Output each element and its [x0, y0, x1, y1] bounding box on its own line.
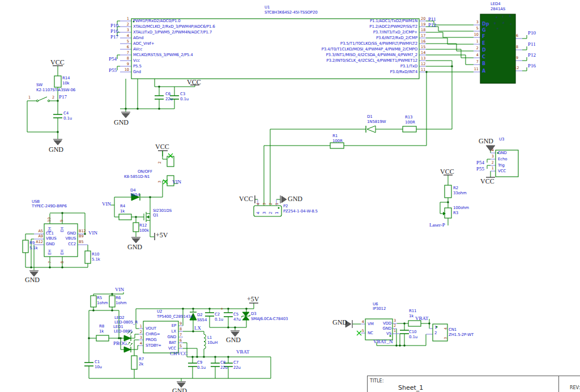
d4-ref: D4	[130, 188, 136, 193]
u1-pin14-label: P3.3/INT1/MISO_4/I2CSDA_4/PWM4N_4/PWM7_2	[326, 53, 417, 57]
u1-num-9: 9	[127, 62, 129, 66]
gnd-port-usb: GND	[25, 276, 40, 284]
led4-num-11: 11	[474, 67, 479, 71]
onoff-part: K8-5851D-N1	[124, 174, 150, 179]
wires-sw	[27, 66, 58, 139]
net-vin-onoff-r: VIN	[172, 179, 181, 185]
u1-pin8-label: Vcc	[133, 58, 140, 63]
r5-value: 1ohm	[97, 301, 108, 305]
q1-mosfet[interactable]	[144, 212, 150, 222]
led4-num-4: 4	[476, 53, 479, 57]
u6-num-1: 1	[394, 329, 396, 333]
led2-ref: LED2	[114, 316, 125, 320]
u1-num-12: 12	[421, 62, 425, 66]
p2-num-1: 1	[275, 203, 279, 205]
c6-ref: C6	[165, 92, 170, 96]
junction-dots	[30, 65, 453, 358]
capacitor-plates	[53, 96, 409, 367]
led4-pin-a: A	[482, 69, 485, 74]
led4-seg-c: c	[510, 22, 512, 25]
u2-num-5: 5	[180, 344, 182, 348]
r6-ref: R6	[116, 296, 121, 300]
u1-num-10: 10	[125, 67, 129, 72]
r4-ref: R4	[120, 204, 125, 208]
u1-pin1-label: PWM1P/RxD2/ADC0/P1.0	[133, 19, 181, 23]
wires-signal	[255, 129, 452, 206]
gnd-port-sw: GND	[49, 146, 63, 154]
gnd-port-u1: GND	[114, 118, 129, 127]
net-vbat-n: VBAT_N	[373, 339, 393, 344]
led4-num-6: 6	[516, 33, 518, 38]
r3-ref: R3	[453, 211, 458, 215]
led4-num-12: 12	[514, 66, 519, 70]
u3-num-1: 1	[492, 166, 494, 171]
l1-inductor[interactable]	[204, 334, 206, 349]
usb-pin-gnd-r: GND	[67, 231, 76, 236]
p2-num-2: 2	[268, 203, 273, 205]
onoff-pin-2: 2	[157, 161, 162, 164]
led4-ref: LED4	[491, 2, 501, 6]
r2-value: 33ohm	[453, 191, 467, 195]
u3-pin-vcc: VCC	[498, 169, 506, 173]
d1-diode[interactable]	[366, 126, 376, 133]
u1-pin17-label: P3.6/INT2/RxD_2/CMP	[376, 36, 417, 40]
d3-tvs-diode[interactable]	[241, 312, 250, 320]
cn1-pad-2: 2	[434, 331, 437, 335]
led4-seg-d: d	[502, 21, 504, 24]
u6-num-5: 5	[362, 329, 364, 333]
u2-part: TP5400_C2891434	[157, 314, 193, 319]
sw-contacts	[36, 100, 49, 101]
usb-pin-vbus-l: VBUS	[46, 236, 57, 241]
sw-ref: SW	[36, 83, 42, 87]
sw-pin-1: 1	[28, 95, 31, 100]
c8-value: 22u	[220, 365, 228, 370]
u1-pin13-label: P3.2/INT0/SCLK_4/I2CSCL_4/PWMET1/PWMET12	[326, 58, 417, 63]
d1-part: 1N5819W	[367, 120, 386, 124]
p2-pad-1: 1	[275, 212, 279, 214]
r1-body	[330, 143, 344, 148]
usb-num-10: 10	[47, 218, 52, 222]
led4-pin-d: D	[482, 48, 486, 53]
net-p54-u3: P54	[476, 160, 484, 165]
title-block-divider	[558, 376, 559, 392]
u1-pin10-label: Gnd	[133, 70, 141, 74]
r6-value: 1ohm	[116, 301, 126, 305]
led4-pin-e: E	[482, 41, 485, 46]
u2-num-7: 7	[180, 333, 182, 337]
led4-seg-f: f	[502, 15, 504, 18]
u3-pin-echo: Echo	[498, 157, 507, 161]
u1-pin3-label: XTALI/TxD_3/PWM5_2/PWM4N/ADC7/P1.7	[133, 30, 212, 35]
vcc-port-u3: VCC	[480, 177, 494, 186]
u2-num-6: 6	[180, 338, 182, 343]
sw-pin-2: 2	[52, 95, 54, 100]
u1-pin16-label: P3.5/T1/T0CLKO/SS_4/PWMFLT/PWMFLT2	[340, 41, 417, 46]
net-p16-led: P16	[528, 63, 536, 69]
net-prog: PROG	[113, 340, 127, 346]
r5-body	[91, 296, 96, 307]
sw-part: K2-1107ST-A3SW-06	[36, 88, 75, 92]
net-vbat: VBAT	[236, 349, 250, 355]
c3-ref: C3	[180, 92, 185, 96]
r9-body	[23, 240, 28, 253]
c10-ref: C10	[409, 330, 416, 334]
r8-value: 1k	[99, 329, 104, 334]
cn1-part: ZH1.5-2P-WT	[449, 333, 474, 337]
led4-seg-a: a	[496, 15, 497, 19]
u1-num-8: 8	[127, 56, 129, 61]
sw-lever[interactable]	[38, 97, 47, 101]
c7-value: 22u	[233, 365, 241, 370]
usb-ref: USB	[32, 199, 40, 204]
sheet-title[interactable]: Sheet_1	[398, 384, 423, 391]
u1-num-18: 18	[421, 28, 425, 32]
r3-value: 100ohm	[453, 206, 469, 210]
c3-value: 0.1u	[180, 97, 189, 101]
u1-num-6: 6	[127, 45, 129, 49]
r13-ref: R13	[405, 115, 412, 120]
u6-part: IP3012	[373, 306, 386, 311]
u6-pin-nc: NC	[368, 331, 373, 335]
led4-pin-b: B	[482, 61, 485, 66]
net-lx: LX	[194, 325, 201, 331]
u2-pin-vout: VOUT	[146, 326, 156, 331]
led4-num-7: 7	[476, 59, 479, 64]
l1-value: 10uH	[207, 340, 218, 345]
